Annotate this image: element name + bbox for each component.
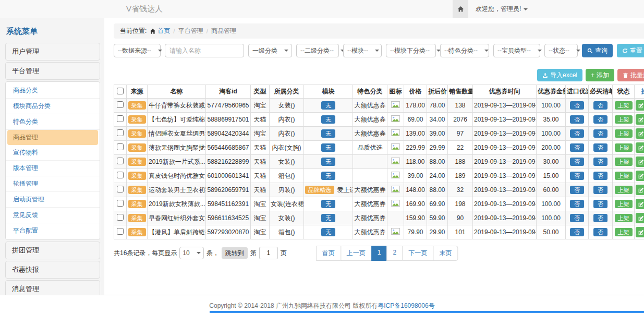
edit-button[interactable] xyxy=(636,185,644,195)
must-buy-toggle[interactable]: 否 xyxy=(593,158,607,166)
query-button[interactable]: 查询 xyxy=(582,44,613,57)
sidebar-item[interactable]: 启动页管理 xyxy=(6,192,100,208)
import-excel-button[interactable]: 导入excel xyxy=(537,69,582,81)
must-buy-toggle[interactable]: 否 xyxy=(593,186,607,194)
product-image-icon xyxy=(391,129,400,136)
user-menu[interactable]: 欢迎您，管理员! xyxy=(476,0,528,18)
status-toggle[interactable]: 上架 xyxy=(615,214,633,222)
edit-button[interactable] xyxy=(636,128,644,139)
sidebar-item[interactable]: 版本管理 xyxy=(6,161,100,176)
home-button[interactable] xyxy=(453,0,468,18)
must-buy-toggle[interactable]: 否 xyxy=(593,172,607,180)
import-select-toggle[interactable]: 否 xyxy=(570,228,584,236)
chevron-down-icon xyxy=(484,50,489,52)
row-checkbox[interactable] xyxy=(117,228,124,235)
pager-button[interactable]: 2 xyxy=(387,246,403,261)
sidebar-item[interactable]: 轮播管理 xyxy=(6,176,100,192)
import-select-toggle[interactable]: 否 xyxy=(570,101,584,110)
sidebar-item[interactable]: 宣传物料 xyxy=(6,145,100,161)
import-select-toggle[interactable]: 否 xyxy=(570,158,584,166)
filter-level1-category[interactable]: 一级分类 xyxy=(248,44,292,57)
filter-module-subcategory[interactable]: --模块下分类-- xyxy=(386,44,436,57)
edit-button[interactable] xyxy=(636,213,644,223)
must-buy-toggle[interactable]: 否 xyxy=(593,214,607,222)
status-toggle[interactable]: 上架 xyxy=(615,172,633,180)
filter-status[interactable]: --状态-- xyxy=(544,44,578,57)
pager-button[interactable]: 末页 xyxy=(433,246,458,261)
edit-button[interactable] xyxy=(636,142,644,153)
must-buy-toggle[interactable]: 否 xyxy=(593,115,607,124)
must-buy-toggle[interactable]: 否 xyxy=(593,200,607,208)
status-toggle[interactable]: 上架 xyxy=(615,200,633,208)
filter-item-type[interactable]: --宝贝类型-- xyxy=(493,44,540,57)
import-select-toggle[interactable]: 否 xyxy=(570,214,584,222)
import-select-toggle[interactable]: 否 xyxy=(570,200,584,208)
sidebar-group[interactable]: 拼团管理 xyxy=(5,242,100,259)
sidebar-item[interactable]: 模块商品分类 xyxy=(6,99,100,114)
add-button[interactable]: + 添加 xyxy=(586,69,614,81)
per-page-select[interactable]: 10 xyxy=(179,247,203,259)
edit-button[interactable] xyxy=(636,114,644,125)
breadcrumb-home-link[interactable]: 首页 xyxy=(150,27,170,35)
row-checkbox[interactable] xyxy=(117,214,124,221)
pager-button[interactable]: 上一页 xyxy=(341,246,372,261)
edit-button[interactable] xyxy=(636,156,644,167)
pager-button[interactable]: 下一页 xyxy=(402,246,433,261)
sidebar-group[interactable]: 平台管理 xyxy=(5,62,100,80)
import-select-toggle[interactable]: 否 xyxy=(570,115,584,124)
sidebar-item[interactable]: 商品分类 xyxy=(6,83,100,99)
status-toggle[interactable]: 上架 xyxy=(615,115,633,124)
filter-feature-category[interactable]: --特色分类-- xyxy=(440,44,489,57)
must-buy-toggle[interactable]: 否 xyxy=(593,228,607,236)
filter-data-source[interactable]: --数据来源-- xyxy=(114,44,161,57)
sidebar-group[interactable]: 用户管理 xyxy=(5,43,100,61)
status-toggle[interactable]: 上架 xyxy=(615,158,633,166)
status-toggle[interactable]: 上架 xyxy=(615,101,633,110)
coupon-time: 2019-09-13—2019-09-17 xyxy=(473,99,537,113)
filter-level2-category[interactable]: --二级分类-- xyxy=(296,44,339,57)
reset-button[interactable]: 重置 xyxy=(617,44,644,57)
import-select-toggle[interactable]: 否 xyxy=(570,129,584,138)
edit-button[interactable] xyxy=(636,100,644,111)
row-checkbox[interactable] xyxy=(117,129,124,136)
sidebar-item[interactable]: 意见反馈 xyxy=(6,208,100,223)
import-select-toggle[interactable]: 否 xyxy=(570,172,584,180)
sidebar-item[interactable]: 商品管理 xyxy=(7,130,98,145)
sidebar-group[interactable]: 省惠快报 xyxy=(5,261,100,279)
import-select-toggle[interactable]: 否 xyxy=(570,143,584,152)
row-checkbox[interactable] xyxy=(117,115,124,122)
row-checkbox[interactable] xyxy=(117,200,124,207)
pager-button[interactable]: 1 xyxy=(371,246,387,261)
row-checkbox[interactable] xyxy=(117,101,124,108)
must-buy-toggle[interactable]: 否 xyxy=(593,101,607,110)
select-all-checkbox[interactable] xyxy=(117,88,124,94)
horizontal-scrollbar[interactable] xyxy=(210,311,644,313)
edit-button[interactable] xyxy=(636,227,644,237)
coupon-amount: 100.00 xyxy=(537,127,566,141)
edit-button[interactable] xyxy=(636,199,644,209)
name-search-input[interactable] xyxy=(165,44,244,57)
must-buy-toggle[interactable]: 否 xyxy=(593,129,607,138)
row-checkbox[interactable] xyxy=(117,172,124,178)
jump-button[interactable]: 跳转到 xyxy=(222,247,248,259)
import-select-toggle[interactable]: 否 xyxy=(570,186,584,194)
icp-link[interactable]: 粤ICP备16098006号 xyxy=(378,302,434,309)
sidebar-item[interactable]: 特色分类 xyxy=(6,114,100,130)
row-checkbox[interactable] xyxy=(117,158,124,164)
pager-button[interactable]: 首页 xyxy=(316,246,341,261)
page-jump-input[interactable] xyxy=(259,247,278,259)
status-toggle[interactable]: 上架 xyxy=(615,228,633,236)
status-toggle[interactable]: 上架 xyxy=(615,186,633,194)
sales-count: 188 xyxy=(448,155,473,169)
module-cell: 无 xyxy=(304,155,353,169)
batch-delete-button[interactable]: 批量删除 xyxy=(617,69,644,81)
status-toggle[interactable]: 上架 xyxy=(615,129,633,138)
edit-button[interactable] xyxy=(636,171,644,181)
row-checkbox[interactable] xyxy=(117,143,124,150)
sidebar-item[interactable]: 平台配置 xyxy=(6,223,100,238)
must-buy-toggle[interactable]: 否 xyxy=(593,143,607,152)
status-toggle[interactable]: 上架 xyxy=(615,143,633,152)
row-checkbox[interactable] xyxy=(117,186,124,192)
filter-module[interactable]: --模块-- xyxy=(343,44,382,57)
sidebar-group[interactable]: 消息管理 xyxy=(5,280,100,295)
